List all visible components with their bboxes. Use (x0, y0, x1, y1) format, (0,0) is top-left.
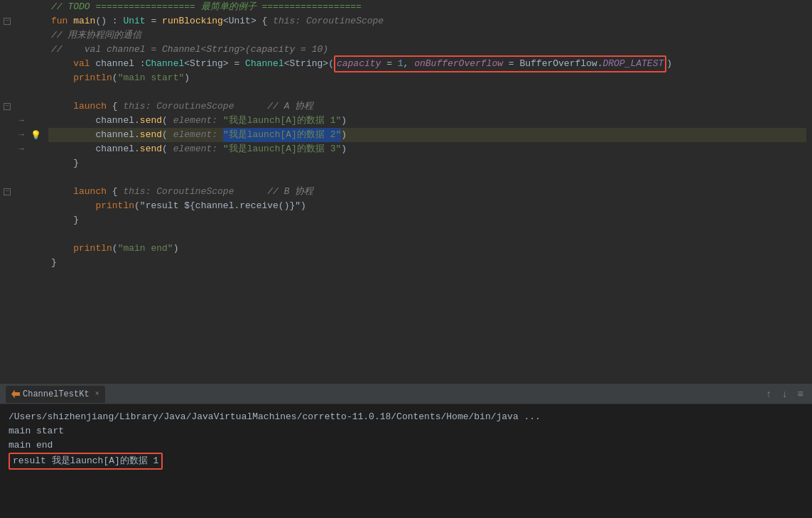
close-brace-b: } (51, 213, 79, 227)
marker-2 (14, 14, 28, 28)
arrow-marker-send2: → (18, 130, 23, 140)
code-line-6: println("main start") (48, 71, 806, 85)
bulb-18 (28, 242, 43, 256)
bulb-9 (28, 114, 43, 128)
fold-minus-main[interactable]: − (4, 18, 11, 25)
run-tab[interactable]: ChannelTestKt × (6, 386, 105, 403)
fold-line-7 (0, 85, 14, 99)
marker-12 (14, 156, 28, 171)
println-paren1: ( (112, 71, 118, 85)
overflow-param-name: onBufferOverflow (414, 58, 503, 69)
cap-eq: = (381, 58, 397, 69)
run-tab-close[interactable]: × (95, 390, 99, 398)
marker-14 (14, 185, 28, 199)
channel-close-paren: ) (666, 57, 672, 71)
marker-5 (14, 57, 28, 71)
code-line-14: launch { this: CoroutineScope // B 协程 (48, 185, 806, 199)
keyword-fun: fun (51, 14, 73, 28)
code-line-4: // val channel = Channel<String>(capacit… (48, 43, 806, 57)
send1-str: "我是launch[A]的数据 1" (223, 114, 341, 128)
fold-line-15 (0, 199, 14, 213)
fold-minus-launch-b[interactable]: − (4, 188, 11, 195)
marker-15 (14, 199, 28, 213)
send1-hint: element: (168, 114, 223, 128)
code-content[interactable]: // TODO ================== 最简单的例子 ======… (43, 0, 812, 384)
close-brace-main: } (51, 256, 57, 270)
marker-7 (14, 85, 28, 99)
marker-4 (14, 43, 28, 57)
arrow-marker-send3: → (18, 144, 23, 154)
main-colon: : (107, 14, 123, 28)
code-line-3: // 用来协程间的通信 (48, 28, 806, 43)
bulb-17 (28, 227, 43, 242)
main-start-str: "main start" (118, 71, 185, 85)
panel-tab-bar: ChannelTestKt × ↑ ↓ ≡ (0, 384, 812, 404)
marker-9: → (14, 114, 28, 128)
marker-13 (14, 171, 28, 185)
drop-latest-val: DROP_LATEST (602, 58, 664, 69)
println-kw1: println (51, 71, 112, 85)
send2-str-selected: "我是launch[A]的数据 2" (223, 128, 341, 142)
send3-fn: send (140, 142, 162, 156)
marker-17 (14, 227, 28, 242)
main-eq: = (146, 14, 162, 28)
capacity-param-name: capacity (337, 58, 381, 69)
println-receive-kw: println (51, 199, 134, 213)
send1-fn: send (140, 114, 162, 128)
scroll-down-btn[interactable]: ↓ (779, 387, 790, 401)
val-kw: val (73, 57, 95, 71)
marker-11: → (14, 142, 28, 156)
run-tab-icon (11, 390, 20, 399)
fold-line-19 (0, 256, 14, 270)
code-line-16: } (48, 213, 806, 227)
launch-b-kw: launch (51, 185, 107, 199)
send3-close: ) (341, 142, 347, 156)
fold-minus-launch-a[interactable]: − (4, 103, 11, 110)
bulb-icon-send2[interactable]: 💡 (31, 130, 41, 141)
arrow-marker-send1: → (18, 116, 23, 126)
launch-b-hint: this: CoroutineScope (123, 185, 234, 199)
channel-class: Channel (245, 57, 284, 71)
channel-str-type: <String> (184, 57, 228, 71)
bulb-8 (28, 99, 43, 114)
fold-line-10 (0, 128, 14, 142)
fold-line-12 (0, 156, 14, 171)
bulb-10[interactable]: 💡 (28, 128, 43, 142)
channel-type-ann: : (134, 57, 146, 71)
send2-fn: send (140, 128, 162, 142)
code-line-13 (48, 171, 806, 185)
fold-line-2[interactable]: − (0, 14, 14, 28)
fold-line-17 (0, 227, 14, 242)
cap-sep: , (404, 58, 415, 69)
fold-line-14[interactable]: − (0, 185, 14, 199)
bulb-19 (28, 256, 43, 270)
marker-6 (14, 71, 28, 85)
wrap-btn[interactable]: ≡ (795, 387, 806, 401)
send1-close: ) (341, 114, 347, 128)
code-line-19: } (48, 256, 806, 270)
channel-varname: channel (95, 57, 134, 71)
main-params: () (95, 14, 107, 28)
main-unit-type: Unit (123, 14, 145, 28)
bulb-16 (28, 213, 43, 227)
fold-line-1 (0, 0, 14, 14)
send1-dot: . (134, 114, 140, 128)
fold-line-16 (0, 213, 14, 227)
scroll-up-btn[interactable]: ↑ (763, 387, 774, 401)
bulb-12 (28, 156, 43, 171)
bulb-13 (28, 171, 43, 185)
main-end-str: "main end" (118, 242, 173, 256)
fold-line-8[interactable]: − (0, 99, 14, 114)
bulb-6 (28, 71, 43, 85)
marker-1 (14, 0, 28, 14)
output-path-line: /Users/shizhenjiang/Library/Java/JavaVir… (9, 410, 803, 424)
channel-red-box: capacity = 1, onBufferOverflow = BufferO… (334, 55, 666, 72)
output-line-2: main end (9, 438, 803, 453)
bulb-11 (28, 142, 43, 156)
bulb-15 (28, 199, 43, 213)
code-line-10: channel.send( element: "我是launch[A]的数据 2… (48, 128, 806, 142)
buffer-overflow-class: BufferOverflow. (519, 58, 602, 69)
send3-str: "我是launch[A]的数据 3" (223, 142, 341, 156)
bulb-gutter: 💡 (28, 0, 43, 384)
cap-val: 1 (398, 58, 404, 69)
